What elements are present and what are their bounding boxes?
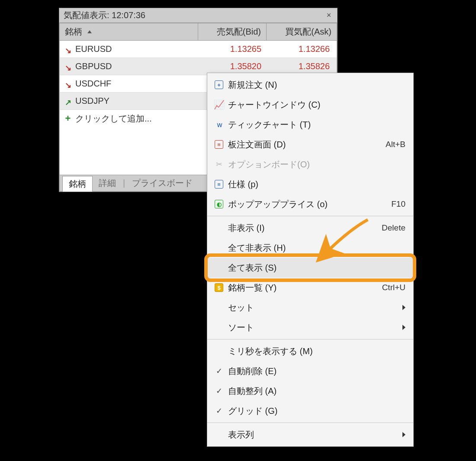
menu-item-label: 表示列	[226, 429, 398, 441]
menu-item-label: 自動整列 (A)	[226, 385, 405, 397]
menu-item[interactable]: ≡仕様 (p)	[207, 174, 413, 194]
menu-item-label: ミリ秒を表示する (M)	[226, 346, 405, 357]
panel-titlebar[interactable]: 気配値表示: 12:07:36 ×	[59, 8, 337, 23]
menu-item-label: 仕様 (p)	[226, 179, 405, 190]
option-board-icon: ✂	[212, 160, 226, 169]
submenu-arrow-icon	[402, 305, 405, 310]
menu-separator	[207, 339, 413, 339]
check-icon	[212, 366, 226, 376]
menu-item[interactable]: ミリ秒を表示する (M)	[207, 341, 413, 361]
menu-item-accelerator: Alt+B	[386, 140, 405, 149]
table-row[interactable]: EURUSD1.132651.13266	[60, 41, 337, 58]
menu-item[interactable]: +新規注文 (N)	[207, 75, 413, 95]
dom-icon: ≡	[212, 140, 226, 149]
menu-item-label: ティックチャート (T)	[226, 119, 405, 131]
tick-chart-icon: ᴡ	[212, 121, 226, 129]
menu-item-label: ポップアッププライス (o)	[226, 198, 391, 210]
menu-item-label: 全て非表示 (H)	[226, 242, 405, 254]
menu-separator	[207, 423, 413, 423]
menu-item[interactable]: $銘柄一覧 (Y)Ctrl+U	[207, 278, 413, 298]
menu-item: ✂オプションボード(O)	[207, 154, 413, 174]
menu-item-label: ソート	[226, 322, 398, 333]
menu-item-label: 板注文画面 (D)	[226, 139, 386, 150]
menu-item-accelerator: F10	[391, 199, 405, 209]
menu-item-label: 自動削除 (E)	[226, 365, 405, 377]
menu-item[interactable]: グリッド (G)	[207, 401, 413, 421]
menu-item-label: 銘柄一覧 (Y)	[226, 282, 382, 294]
new-order-icon: +	[212, 80, 226, 89]
column-header-row: 銘柄 売気配(Bid) 買気配(Ask)	[60, 23, 337, 41]
ask-value: 1.13266	[267, 44, 337, 54]
tab-symbols[interactable]: 銘柄	[62, 176, 93, 192]
sort-asc-icon	[87, 30, 92, 33]
menu-item-label: チャートウインドウ (C)	[226, 99, 405, 111]
menu-separator	[207, 216, 413, 216]
submenu-arrow-icon	[402, 325, 405, 330]
menu-item-label: グリッド (G)	[226, 405, 405, 417]
menu-item[interactable]: 📈チャートウインドウ (C)	[207, 95, 413, 115]
menu-item[interactable]: 非表示 (I)Delete	[207, 218, 413, 238]
menu-item[interactable]: 表示列	[207, 425, 413, 445]
column-header-ask[interactable]: 買気配(Ask)	[267, 23, 337, 40]
submenu-arrow-icon	[402, 432, 405, 437]
trend-up-icon	[65, 98, 71, 104]
menu-item[interactable]: 自動整列 (A)	[207, 381, 413, 401]
menu-item-accelerator: Ctrl+U	[382, 283, 405, 292]
symbol-label: USDCHF	[75, 79, 111, 89]
symbol-label: EURUSD	[75, 44, 112, 54]
menu-item[interactable]: 自動削除 (E)	[207, 361, 413, 381]
ask-value: 1.35826	[267, 61, 337, 71]
check-icon	[212, 386, 226, 396]
chart-icon: 📈	[212, 99, 226, 110]
trend-down-icon	[65, 64, 71, 70]
menu-item[interactable]: ソート	[207, 317, 413, 337]
menu-item-accelerator: Delete	[382, 223, 405, 233]
menu-item[interactable]: 全て非表示 (H)	[207, 238, 413, 258]
spec-icon: ≡	[212, 180, 226, 189]
popup-price-icon: ◐	[212, 200, 226, 208]
symbol-label: USDJPY	[75, 96, 109, 106]
symbol-label: GBPUSD	[75, 61, 112, 71]
menu-item[interactable]: ᴡティックチャート (T)	[207, 115, 413, 134]
menu-item-label: オプションボード(O)	[226, 159, 405, 170]
tab-priceboard[interactable]: プライスボード	[126, 176, 199, 191]
tab-separator: |	[122, 178, 126, 188]
symbol-list-icon: $	[212, 283, 226, 292]
menu-item[interactable]: 全て表示 (S)	[207, 258, 413, 278]
bid-value: 1.13265	[198, 44, 267, 54]
bid-value: 1.35820	[198, 61, 267, 71]
trend-down-icon	[65, 81, 71, 87]
panel-title: 気配値表示: 12:07:36	[64, 10, 145, 21]
column-header-symbol[interactable]: 銘柄	[60, 23, 198, 40]
plus-icon: +	[65, 113, 71, 124]
menu-item[interactable]: ◐ポップアッププライス (o)F10	[207, 194, 413, 214]
tab-details[interactable]: 詳細	[93, 176, 122, 191]
close-icon[interactable]: ×	[324, 11, 334, 20]
trend-down-icon	[65, 46, 71, 52]
menu-item-label: 全て表示 (S)	[226, 262, 405, 274]
menu-item-label: セット	[226, 302, 398, 314]
column-header-bid[interactable]: 売気配(Bid)	[198, 23, 267, 40]
check-icon	[212, 406, 226, 416]
context-menu[interactable]: +新規注文 (N)📈チャートウインドウ (C)ᴡティックチャート (T)≡板注文…	[207, 73, 414, 447]
add-symbol-label: クリックして追加...	[75, 113, 152, 125]
menu-item[interactable]: ≡板注文画面 (D)Alt+B	[207, 134, 413, 154]
menu-item[interactable]: セット	[207, 298, 413, 317]
menu-item-label: 新規注文 (N)	[226, 79, 405, 91]
menu-item-label: 非表示 (I)	[226, 222, 382, 234]
